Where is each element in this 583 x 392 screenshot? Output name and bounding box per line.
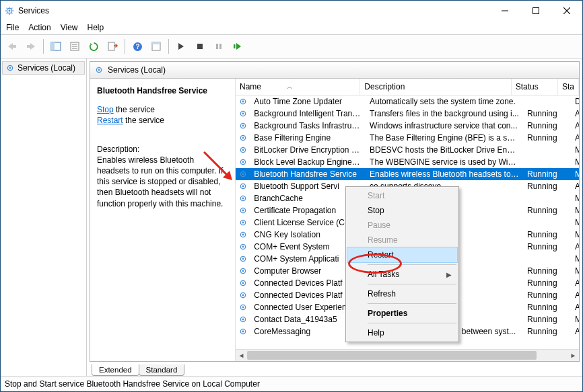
toolbar-separator (168, 39, 169, 54)
toolbar-stop-service[interactable] (191, 38, 209, 55)
scroll-right-icon[interactable]: ► (568, 350, 579, 361)
toolbar-show-hide-tree[interactable] (47, 38, 65, 55)
ctx-all-tasks[interactable]: All Tasks▶ (347, 267, 457, 282)
svg-point-32 (9, 67, 11, 69)
cell-status: Running (523, 242, 571, 251)
menu-help[interactable]: Help (88, 23, 104, 32)
gear-icon (94, 65, 104, 75)
menu-file[interactable]: File (6, 23, 19, 32)
horizontal-scrollbar[interactable]: ◄ ► (236, 349, 579, 361)
svg-point-46 (242, 161, 244, 163)
cell-startup: Ma (571, 194, 579, 203)
cell-startup: Ma (571, 206, 579, 215)
table-row[interactable]: Bluetooth Handsfree ServiceEnables wirel… (236, 168, 579, 180)
svg-rect-26 (152, 42, 160, 44)
toolbar-start-service[interactable] (172, 38, 190, 55)
service-detail: Bluetooth Handsfree Service Stop the ser… (90, 79, 235, 361)
ctx-pause[interactable]: Pause (347, 218, 457, 233)
scroll-track[interactable] (247, 350, 568, 361)
table-row[interactable]: Background Intelligent Transf...Transfer… (236, 108, 579, 120)
context-menu: Start Stop Pause Resume Restart All Task… (345, 186, 459, 342)
link-restart-service[interactable]: Restart (97, 116, 123, 125)
column-name[interactable]: Name︿ (236, 79, 360, 95)
ctx-refresh[interactable]: Refresh (347, 286, 457, 301)
gear-icon (236, 194, 250, 203)
table-row[interactable]: BitLocker Drive Encryption Se...BDESVC h… (236, 144, 579, 156)
column-startup[interactable]: Sta (558, 79, 579, 95)
link-stop-service[interactable]: Stop (97, 105, 114, 114)
svg-point-42 (242, 137, 244, 139)
table-row[interactable]: Background Tasks Infrastruct...Windows i… (236, 120, 579, 132)
minimize-button[interactable] (489, 1, 520, 21)
toolbar-restart-service[interactable] (229, 38, 246, 55)
detail-heading: Bluetooth Handsfree Service (97, 85, 228, 96)
detail-restart-line: Restart the service (97, 115, 228, 126)
cell-status: Running (523, 182, 571, 191)
toolbar-forward[interactable] (22, 38, 40, 55)
toolbar-help[interactable]: ? (129, 38, 146, 55)
sort-caret-icon: ︿ (287, 83, 293, 91)
svg-point-36 (242, 101, 244, 103)
window-title: Services (18, 6, 49, 15)
table-row[interactable]: Base Filtering EngineThe Base Filtering … (236, 132, 579, 144)
toolbar-refresh[interactable] (85, 38, 102, 55)
ctx-resume[interactable]: Resume (347, 233, 457, 247)
svg-point-70 (242, 307, 244, 309)
gear-icon (236, 121, 250, 130)
ctx-start[interactable]: Start (347, 188, 457, 203)
menu-action[interactable]: Action (28, 23, 50, 32)
gear-icon (236, 145, 250, 155)
toolbar-properties[interactable] (66, 38, 83, 55)
column-description[interactable]: Description (360, 79, 511, 95)
table-row[interactable]: Auto Time Zone UpdaterAutomatically sets… (236, 95, 579, 108)
toolbar-export[interactable] (104, 38, 121, 55)
svg-point-54 (242, 210, 244, 212)
scroll-left-icon[interactable]: ◄ (236, 350, 247, 361)
cell-startup: Ma (571, 266, 579, 276)
svg-point-48 (242, 173, 244, 175)
svg-point-34 (98, 69, 100, 71)
ctx-properties[interactable]: Properties (347, 306, 457, 321)
cell-name: Base Filtering Engine (250, 133, 366, 143)
scroll-thumb[interactable] (247, 351, 537, 360)
toolbar-properties-sheet[interactable] (147, 38, 165, 55)
ctx-help[interactable]: Help (347, 325, 457, 340)
panel-header: Services (Local) (90, 62, 579, 79)
svg-rect-28 (216, 44, 218, 49)
gear-icon (236, 133, 250, 143)
submenu-arrow-icon: ▶ (446, 271, 452, 278)
tree-item-services-local[interactable]: Services (Local) (2, 61, 85, 75)
svg-point-40 (242, 125, 244, 127)
svg-rect-29 (219, 44, 221, 49)
cell-startup: Ma (571, 145, 579, 155)
cell-description: BDESVC hosts the BitLocker Drive Encry..… (366, 145, 523, 155)
view-tabs: Extended Standard (90, 361, 580, 376)
cell-status: Running (523, 290, 571, 300)
toolbar-pause-service[interactable] (210, 38, 228, 55)
gear-icon (236, 303, 250, 312)
toolbar-back[interactable] (3, 38, 21, 55)
cell-startup: Au (571, 327, 579, 336)
right-pane: Services (Local) Bluetooth Handsfree Ser… (87, 58, 582, 376)
menu-view[interactable]: View (61, 23, 78, 32)
cell-description: The WBENGINE service is used by Wind... (366, 157, 523, 167)
column-status[interactable]: Status (512, 79, 558, 95)
cell-status: Running (523, 315, 571, 324)
cell-status: Running (523, 133, 571, 143)
tab-extended[interactable]: Extended (92, 364, 139, 376)
cell-status: Running (523, 121, 571, 130)
ctx-restart[interactable]: Restart (347, 247, 457, 262)
ctx-stop[interactable]: Stop (347, 203, 457, 218)
main-body: Services (Local) Services (Local) Blueto… (1, 58, 582, 376)
close-button[interactable] (551, 1, 582, 21)
svg-point-52 (242, 198, 244, 200)
ctx-separator (368, 284, 456, 284)
cell-status: Running (523, 266, 571, 276)
table-row[interactable]: Block Level Backup Engine Se...The WBENG… (236, 156, 579, 168)
maximize-button[interactable] (520, 1, 551, 21)
cell-name: Auto Time Zone Updater (250, 97, 366, 106)
cell-startup: Au (571, 242, 579, 251)
cell-description: Windows infrastructure service that con.… (366, 121, 523, 130)
gear-icon (236, 218, 250, 227)
tab-standard[interactable]: Standard (139, 364, 185, 376)
